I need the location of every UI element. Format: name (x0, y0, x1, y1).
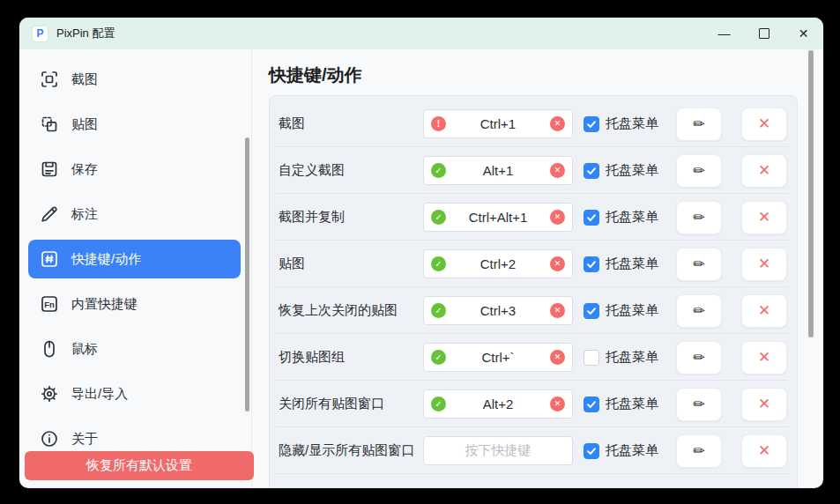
delete-hotkey-button[interactable]: ✕ (741, 248, 787, 281)
delete-x-icon: ✕ (758, 348, 770, 367)
tray-menu-checkbox[interactable] (584, 350, 599, 366)
checkmark-icon (586, 119, 597, 130)
clear-hotkey-icon[interactable]: ✕ (550, 350, 565, 365)
sidebar-scrollbar[interactable] (245, 137, 249, 411)
reset-defaults-button[interactable]: 恢复所有默认设置 (25, 451, 254, 480)
tray-menu-option: 托盘菜单 (584, 209, 658, 226)
delete-hotkey-button[interactable]: ✕ (741, 388, 787, 421)
delete-x-icon: ✕ (758, 255, 770, 273)
hotkey-row: 隐藏/显示所有贴图窗口 按下快捷键 ✕ 托盘菜单 ✏ ✕ (270, 427, 797, 474)
clear-hotkey-icon[interactable]: ✕ (550, 210, 565, 225)
sidebar-item-mouse[interactable]: 鼠标 (28, 330, 241, 368)
window-title: PixPin 配置 (56, 26, 115, 41)
hotkey-value: Alt+2 (483, 397, 514, 411)
sidebar-item-label: 保存 (71, 161, 98, 178)
hotkey-input[interactable]: ✓ Ctrl+3 ✕ (423, 296, 573, 325)
hotkey-row: 截图并复制 ✓ Ctrl+Alt+1 ✕ 托盘菜单 ✏ ✕ (270, 194, 797, 241)
tray-menu-checkbox[interactable] (584, 303, 599, 319)
clear-hotkey-icon[interactable]: ✕ (550, 303, 565, 318)
tray-menu-checkbox[interactable] (584, 210, 599, 226)
edit-hotkey-button[interactable]: ✏ (676, 294, 722, 328)
sidebar-item-pin-image[interactable]: 贴图 (28, 105, 241, 144)
maximize-icon (759, 28, 769, 39)
tray-menu-option: 托盘菜单 (584, 442, 658, 459)
main-panel: 快捷键/动作 截图 ! Ctrl+1 ✕ 托盘菜单 ✏ ✕ 自定义截图 (252, 49, 823, 488)
edit-hotkey-button[interactable]: ✏ (676, 248, 722, 281)
sidebar-item-label: 截图 (71, 71, 98, 88)
hotkey-status-icon: ✓ (431, 256, 446, 271)
page-title: 快捷键/动作 (269, 63, 823, 86)
hotkey-row: 恢复上次关闭的贴图 ✓ Ctrl+3 ✕ 托盘菜单 ✏ ✕ (270, 287, 797, 334)
tray-menu-checkbox[interactable] (584, 443, 599, 459)
sidebar-item-annotate[interactable]: 标注 (28, 195, 241, 233)
sidebar-item-label: 标注 (71, 206, 98, 223)
tray-menu-option: 托盘菜单 (584, 162, 658, 179)
hotkey-input[interactable]: ! Ctrl+1 ✕ (423, 109, 573, 138)
mouse-icon (39, 338, 60, 359)
clear-hotkey-icon[interactable]: ✕ (550, 163, 565, 178)
hotkey-icon (39, 248, 60, 270)
tray-menu-checkbox[interactable] (584, 397, 599, 412)
hotkey-input[interactable]: 按下快捷键 ✕ (423, 436, 573, 465)
tray-menu-checkbox[interactable] (584, 116, 599, 132)
edit-hotkey-button[interactable]: ✏ (676, 434, 722, 468)
edit-hotkey-button[interactable]: ✏ (676, 201, 722, 234)
hotkey-input[interactable]: ✓ Alt+2 ✕ (423, 389, 573, 419)
maximize-button[interactable] (744, 18, 784, 49)
pixpin-config-window: P PixPin 配置 — ✕ 截图 贴图 保存 标注 (19, 18, 823, 488)
close-button[interactable]: ✕ (784, 18, 823, 49)
tray-menu-checkbox[interactable] (584, 256, 599, 272)
clear-hotkey-icon[interactable]: ✕ (550, 256, 565, 271)
pencil-icon: ✏ (693, 256, 704, 272)
export-import-icon (39, 383, 60, 404)
content-area: 截图 贴图 保存 标注 快捷键/动作 Fn 内置快捷键 鼠标 导出/导入 关于 … (19, 49, 823, 488)
hotkey-status-icon: ✓ (431, 397, 446, 411)
minimize-button[interactable]: — (704, 18, 744, 49)
checkmark-icon (586, 212, 597, 223)
delete-x-icon: ✕ (758, 161, 770, 180)
hotkey-value: Ctrl+` (481, 350, 514, 365)
tray-menu-label: 托盘菜单 (606, 115, 658, 132)
edit-hotkey-button[interactable]: ✏ (676, 388, 722, 421)
edit-hotkey-button[interactable]: ✏ (676, 107, 722, 141)
builtin-hotkey-icon: Fn (39, 293, 60, 315)
sidebar-item-save[interactable]: 保存 (28, 150, 241, 189)
delete-hotkey-button[interactable]: ✕ (741, 341, 787, 374)
tray-menu-checkbox[interactable] (584, 163, 599, 179)
pin-image-icon (39, 114, 60, 135)
pencil-icon: ✏ (693, 396, 704, 412)
sidebar-item-hotkeys[interactable]: 快捷键/动作 (28, 240, 241, 278)
tray-menu-label: 托盘菜单 (606, 302, 658, 319)
hotkey-value: Ctrl+Alt+1 (469, 210, 528, 225)
minimize-icon: — (718, 27, 731, 40)
clear-hotkey-icon[interactable]: ✕ (550, 116, 565, 131)
edit-hotkey-button[interactable]: ✏ (676, 154, 722, 188)
edit-hotkey-button[interactable]: ✏ (676, 341, 722, 374)
pencil-icon: ✏ (693, 349, 704, 366)
hotkey-value: Alt+1 (483, 163, 514, 178)
hotkey-input[interactable]: ✓ Ctrl+2 ✕ (423, 249, 573, 278)
hotkey-row: 关闭所有贴图窗口 ✓ Alt+2 ✕ 托盘菜单 ✏ ✕ (270, 381, 797, 427)
delete-hotkey-button[interactable]: ✕ (741, 294, 787, 328)
sidebar-item-label: 快捷键/动作 (71, 251, 141, 268)
sidebar-item-export-import[interactable]: 导出/导入 (28, 374, 241, 413)
sidebar-item-screenshot[interactable]: 截图 (28, 60, 241, 99)
delete-hotkey-button[interactable]: ✕ (741, 201, 787, 234)
checkmark-icon (586, 399, 597, 410)
delete-hotkey-button[interactable]: ✕ (741, 154, 787, 188)
hotkey-row: 切换贴图组 ✓ Ctrl+` ✕ 托盘菜单 ✏ ✕ (270, 334, 797, 381)
sidebar-item-builtin-hotkeys[interactable]: Fn 内置快捷键 (28, 285, 241, 323)
clear-hotkey-icon[interactable]: ✕ (550, 397, 565, 411)
hotkey-input[interactable]: ✓ Ctrl+` ✕ (423, 343, 573, 372)
hotkey-value: 按下快捷键 (465, 442, 532, 459)
about-icon (39, 428, 60, 449)
hotkey-row: 贴图 ✓ Ctrl+2 ✕ 托盘菜单 ✏ ✕ (270, 241, 797, 287)
delete-hotkey-button[interactable]: ✕ (741, 434, 787, 468)
hotkey-value: Ctrl+1 (480, 116, 516, 131)
main-scrollbar[interactable] (808, 50, 814, 337)
hotkey-row-label: 隐藏/显示所有贴图窗口 (279, 442, 423, 459)
sidebar-item-label: 鼠标 (71, 341, 98, 358)
hotkey-input[interactable]: ✓ Ctrl+Alt+1 ✕ (423, 203, 573, 232)
hotkey-input[interactable]: ✓ Alt+1 ✕ (423, 156, 573, 185)
delete-hotkey-button[interactable]: ✕ (741, 107, 787, 141)
